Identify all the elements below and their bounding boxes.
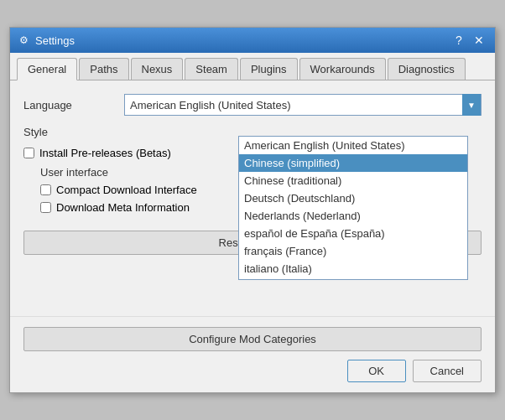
language-select-display[interactable]: American English (United States) ▼ [124, 94, 482, 116]
window-title: Settings [35, 34, 75, 47]
style-label: Style [23, 126, 48, 138]
language-option[interactable]: Chinese (simplified) [239, 154, 467, 172]
settings-window: ⚙ Settings ? ✕ General Paths Nexus Steam… [9, 27, 496, 393]
ok-button[interactable]: OK [347, 360, 406, 382]
language-option[interactable]: Nederlands (Nederland) [239, 207, 467, 225]
language-option[interactable]: Deutsch (Deutschland) [239, 189, 467, 207]
bottom-section: Configure Mod Categories OK Cancel [10, 316, 495, 392]
language-option[interactable]: American English (United States) [239, 137, 467, 154]
language-option[interactable]: français (France) [239, 242, 467, 260]
language-option[interactable]: italiano (Italia) [239, 260, 467, 277]
install-prereleases-checkbox[interactable] [23, 148, 34, 158]
install-prereleases-label: Install Pre-releases (Betas) [39, 147, 171, 159]
language-dropdown-list[interactable]: American English (United States) Chinese… [238, 136, 468, 280]
language-dropdown-wrapper: American English (United States) ▼ Ameri… [124, 94, 482, 116]
language-selected-value: American English (United States) [130, 99, 459, 111]
dropdown-arrow-icon: ▼ [462, 94, 481, 116]
language-option[interactable]: español de España (España) [239, 225, 467, 242]
compact-download-label: Compact Download Interface [56, 184, 197, 196]
tab-paths[interactable]: Paths [79, 58, 128, 80]
title-bar-left: ⚙ Settings [17, 34, 75, 47]
configure-mod-categories-button[interactable]: Configure Mod Categories [23, 327, 482, 351]
tab-diagnostics[interactable]: Diagnostics [388, 58, 466, 80]
tab-general[interactable]: General [17, 58, 77, 80]
download-meta-label: Download Meta Information [56, 201, 190, 214]
title-bar-controls: ? ✕ [450, 32, 488, 49]
language-option[interactable]: polski (Polska) [239, 277, 467, 279]
close-button[interactable]: ✕ [470, 32, 488, 49]
cancel-button[interactable]: Cancel [413, 360, 482, 382]
ok-cancel-row: OK Cancel [23, 360, 482, 382]
tab-workarounds[interactable]: Workarounds [299, 58, 386, 80]
tab-steam[interactable]: Steam [185, 58, 238, 80]
title-bar: ⚙ Settings ? ✕ [10, 28, 495, 53]
tab-plugins[interactable]: Plugins [240, 58, 298, 80]
window-icon: ⚙ [17, 34, 30, 47]
download-meta-checkbox[interactable] [40, 202, 51, 213]
tab-nexus[interactable]: Nexus [131, 58, 184, 80]
language-option[interactable]: Chinese (traditional) [239, 172, 467, 189]
compact-download-checkbox[interactable] [40, 184, 51, 195]
language-row: Language American English (United States… [23, 94, 482, 116]
tab-bar: General Paths Nexus Steam Plugins Workar… [10, 53, 495, 80]
language-options-list[interactable]: American English (United States) Chinese… [239, 137, 467, 279]
content-area: Language American English (United States… [10, 80, 495, 392]
help-button[interactable]: ? [450, 32, 468, 49]
language-label: Language [23, 99, 124, 111]
